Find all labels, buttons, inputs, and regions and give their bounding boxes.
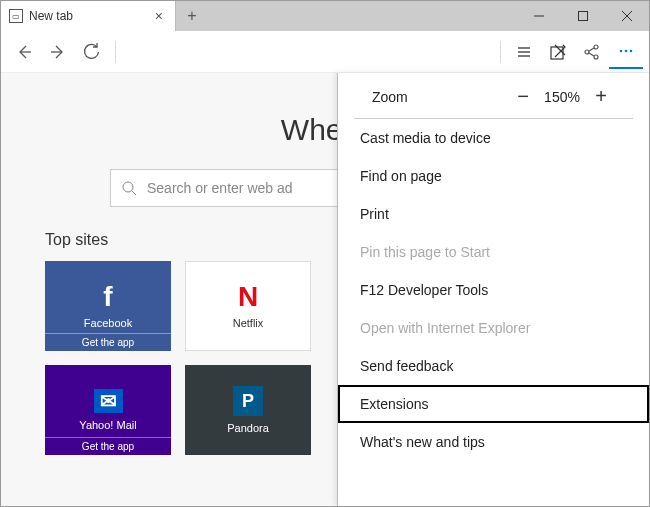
menu-cast-media[interactable]: Cast media to device (338, 119, 649, 157)
menu-open-ie: Open with Internet Explorer (338, 309, 649, 347)
zoom-out-button[interactable]: − (509, 85, 537, 108)
window-close-button[interactable] (605, 1, 649, 31)
svg-rect-1 (579, 12, 588, 21)
svg-point-12 (594, 55, 598, 59)
tile-pandora[interactable]: P Pandora (185, 365, 311, 455)
get-app-link[interactable]: Get the app (45, 437, 171, 455)
svg-line-14 (589, 53, 594, 56)
titlebar: ▭ New tab × + (1, 1, 649, 31)
get-app-link[interactable]: Get the app (45, 333, 171, 351)
menu-send-feedback[interactable]: Send feedback (338, 347, 649, 385)
svg-point-10 (585, 50, 589, 54)
web-note-button[interactable] (541, 35, 575, 69)
separator (500, 41, 501, 63)
menu-extensions[interactable]: Extensions (338, 385, 649, 423)
forward-button[interactable] (41, 35, 75, 69)
menu-f12-devtools[interactable]: F12 Developer Tools (338, 271, 649, 309)
zoom-label: Zoom (372, 89, 509, 105)
minimize-button[interactable] (517, 1, 561, 31)
tile-label: Facebook (84, 317, 132, 329)
svg-point-15 (620, 49, 623, 52)
tile-yahoo-mail[interactable]: ✉ Yahoo! Mail Get the app (45, 365, 171, 455)
tab-favicon: ▭ (9, 9, 23, 23)
tab-close-button[interactable]: × (151, 8, 167, 24)
browser-tab[interactable]: ▭ New tab × (1, 1, 176, 31)
svg-line-19 (132, 191, 136, 195)
tile-label: Pandora (227, 422, 269, 434)
svg-rect-9 (551, 47, 563, 59)
refresh-button[interactable] (75, 35, 109, 69)
svg-point-16 (625, 49, 628, 52)
svg-point-18 (123, 182, 133, 192)
netflix-icon: N (238, 283, 258, 311)
facebook-icon: f (103, 283, 112, 311)
back-button[interactable] (7, 35, 41, 69)
search-placeholder: Search or enter web ad (147, 180, 293, 196)
new-tab-button[interactable]: + (176, 1, 208, 31)
tile-label: Yahoo! Mail (79, 419, 136, 431)
tile-netflix[interactable]: N Netflix (185, 261, 311, 351)
tab-title: New tab (29, 9, 151, 23)
maximize-button[interactable] (561, 1, 605, 31)
mail-icon: ✉ (94, 389, 123, 413)
more-button[interactable] (609, 35, 643, 69)
separator (115, 41, 116, 63)
zoom-in-button[interactable]: + (587, 85, 615, 108)
zoom-row: Zoom − 150% + (354, 73, 633, 119)
menu-find-on-page[interactable]: Find on page (338, 157, 649, 195)
pandora-icon: P (233, 386, 263, 416)
svg-point-17 (630, 49, 633, 52)
reading-view-button[interactable] (507, 35, 541, 69)
menu-pin-to-start: Pin this page to Start (338, 233, 649, 271)
more-menu: Zoom − 150% + Cast media to device Find … (337, 73, 649, 506)
svg-point-11 (594, 45, 598, 49)
zoom-value: 150% (537, 89, 587, 105)
tile-label: Netflix (233, 317, 264, 329)
search-icon (121, 180, 137, 196)
menu-print[interactable]: Print (338, 195, 649, 233)
tile-facebook[interactable]: f Facebook Get the app (45, 261, 171, 351)
menu-whats-new[interactable]: What's new and tips (338, 423, 649, 461)
share-button[interactable] (575, 35, 609, 69)
svg-line-13 (589, 48, 594, 51)
toolbar (1, 31, 649, 73)
